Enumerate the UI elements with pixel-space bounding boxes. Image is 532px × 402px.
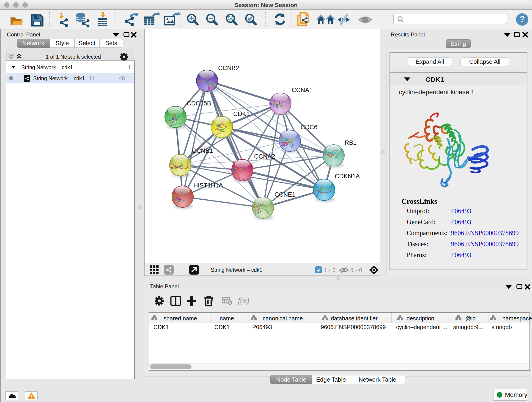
svg-text:?: ? — [519, 14, 525, 24]
svg-text:CDK1: CDK1 — [233, 110, 250, 117]
svg-text:HIST1H1A: HIST1H1A — [193, 182, 223, 189]
svg-text:CDC25B: CDC25B — [187, 100, 211, 107]
svg-text:CDC6: CDC6 — [301, 124, 317, 131]
svg-text:CCNB2: CCNB2 — [218, 65, 239, 71]
svg-text:CDKN1A: CDKN1A — [335, 173, 360, 180]
svg-text:CCNA1: CCNA1 — [292, 87, 313, 94]
svg-text:CCNB1: CCNB1 — [192, 147, 213, 154]
svg-text:CCNE1: CCNE1 — [274, 191, 296, 198]
svg-text:RB1: RB1 — [345, 139, 357, 146]
svg-text:CCNA2: CCNA2 — [254, 153, 275, 160]
